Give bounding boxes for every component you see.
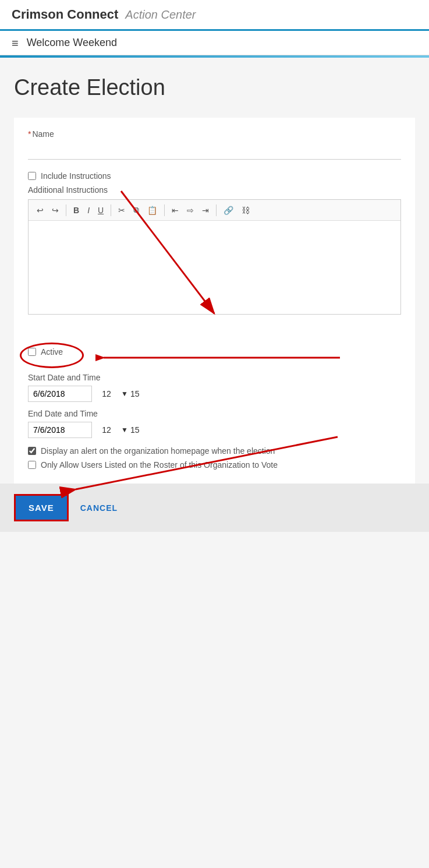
active-row: Active: [28, 347, 401, 361]
page-title: Create Election: [14, 75, 415, 100]
cancel-button[interactable]: CANCEL: [80, 503, 118, 513]
active-label[interactable]: Active: [41, 347, 63, 357]
roster-label[interactable]: Only Allow Users Listed on the Roster of…: [41, 460, 278, 470]
end-hour-value: 12: [98, 422, 115, 437]
undo-button[interactable]: ↩: [33, 204, 47, 217]
start-minutes-value: 15: [130, 389, 140, 398]
include-instructions-checkbox[interactable]: [28, 172, 36, 180]
start-hour-value: 12: [98, 386, 115, 401]
save-button[interactable]: SAVE: [14, 494, 69, 521]
alert-checkbox[interactable]: [28, 447, 36, 455]
active-checkbox-row: Active: [28, 347, 63, 357]
action-center-title: Action Center: [125, 8, 196, 22]
align-left-button[interactable]: ⇤: [168, 204, 182, 217]
rich-text-editor: ↩ ↪ B I U ✂ ⧉ 📋 ⇤ ⇨ ⇥ 🔗 ⛓: [28, 199, 401, 315]
end-minutes-value: 15: [130, 425, 140, 435]
active-section-wrapper: Active: [14, 338, 415, 364]
start-datetime-label: Start Date and Time: [28, 373, 401, 382]
unlink-button[interactable]: ⛓: [238, 204, 253, 217]
additional-instructions-label: Additional Instructions: [28, 185, 401, 195]
end-dropdown-arrow: ▼: [121, 426, 128, 434]
nav-title: Welcome Weekend: [27, 37, 117, 49]
instructions-arrow-container: Additional Instructions ↩ ↪ B I: [28, 185, 401, 315]
editor-body[interactable]: [29, 221, 400, 314]
start-datetime-row: 12 ▼ 15: [28, 386, 401, 402]
navbar: ≡ Welcome Weekend: [0, 31, 429, 55]
alert-label[interactable]: Display an alert on the organization hom…: [41, 446, 275, 456]
underline-button[interactable]: U: [94, 204, 107, 217]
roster-checkbox[interactable]: [28, 461, 36, 469]
start-minutes-dropdown[interactable]: ▼ 15: [121, 389, 139, 398]
paste-button[interactable]: 📋: [144, 204, 161, 217]
copy-button[interactable]: ⧉: [130, 203, 143, 217]
end-minutes-dropdown[interactable]: ▼ 15: [121, 425, 139, 435]
required-marker: *: [28, 129, 31, 139]
toolbar-divider-3: [164, 204, 165, 216]
hamburger-icon[interactable]: ≡: [12, 37, 19, 49]
alert-checkbox-row: Display an alert on the organization hom…: [28, 446, 401, 456]
end-date-input[interactable]: [28, 422, 92, 438]
toolbar-divider-2: [111, 204, 111, 216]
redo-button[interactable]: ↪: [48, 204, 62, 217]
toolbar-divider-1: [66, 204, 66, 216]
align-center-button[interactable]: ⇨: [183, 204, 197, 217]
name-input[interactable]: [28, 142, 401, 160]
header: Crimson Connect Action Center: [0, 0, 429, 31]
footer-bar: SAVE CANCEL: [0, 484, 429, 532]
include-instructions-label[interactable]: Include Instructions: [41, 171, 111, 181]
active-checkbox[interactable]: [28, 348, 36, 356]
page-content: Create Election *Name Include Instructio…: [0, 58, 429, 484]
brand-name: Crimson Connect: [12, 7, 118, 22]
italic-button[interactable]: I: [84, 204, 93, 217]
align-right-button[interactable]: ⇥: [198, 204, 212, 217]
footer-wrapper: SAVE CANCEL: [0, 484, 429, 532]
editor-toolbar: ↩ ↪ B I U ✂ ⧉ 📋 ⇤ ⇨ ⇥ 🔗 ⛓: [29, 200, 400, 221]
active-circle-wrapper: Active: [28, 347, 63, 361]
end-datetime-label: End Date and Time: [28, 409, 401, 418]
datetime-section: Start Date and Time 12 ▼ 15 End Date and…: [14, 364, 415, 484]
include-instructions-row: Include Instructions: [28, 171, 401, 181]
cut-button[interactable]: ✂: [115, 204, 129, 217]
name-field-label: *Name: [28, 129, 401, 139]
start-dropdown-arrow: ▼: [121, 390, 128, 398]
link-button[interactable]: 🔗: [220, 204, 237, 217]
end-datetime-row: 12 ▼ 15: [28, 422, 401, 438]
toolbar-divider-4: [216, 204, 217, 216]
roster-checkbox-row: Only Allow Users Listed on the Roster of…: [28, 460, 401, 470]
start-date-input[interactable]: [28, 386, 92, 402]
bold-button[interactable]: B: [70, 204, 83, 217]
form-section: *Name Include Instructions Additional In…: [14, 118, 415, 338]
